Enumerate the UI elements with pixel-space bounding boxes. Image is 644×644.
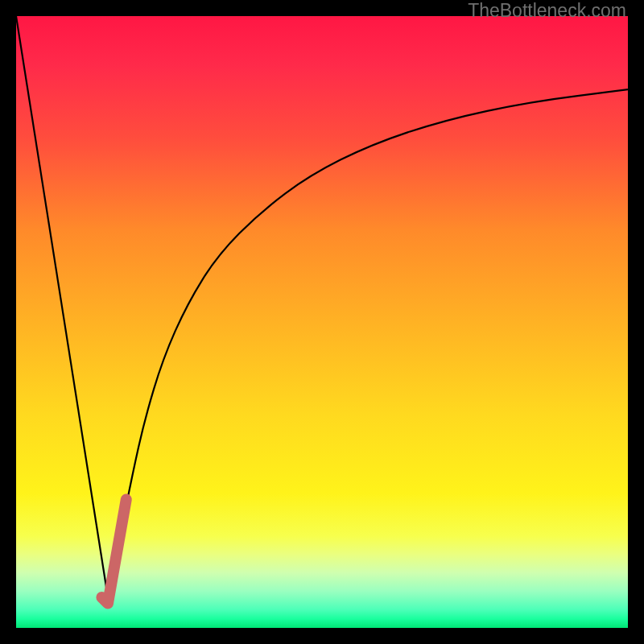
left-falling-line [16, 16, 108, 597]
chart-curves [16, 16, 628, 628]
highlight-segment [101, 499, 126, 603]
log-rising-curve [108, 89, 628, 597]
watermark-text: TheBottleneck.com [468, 0, 626, 22]
plot-area [16, 16, 628, 628]
chart-frame: TheBottleneck.com [0, 0, 644, 644]
